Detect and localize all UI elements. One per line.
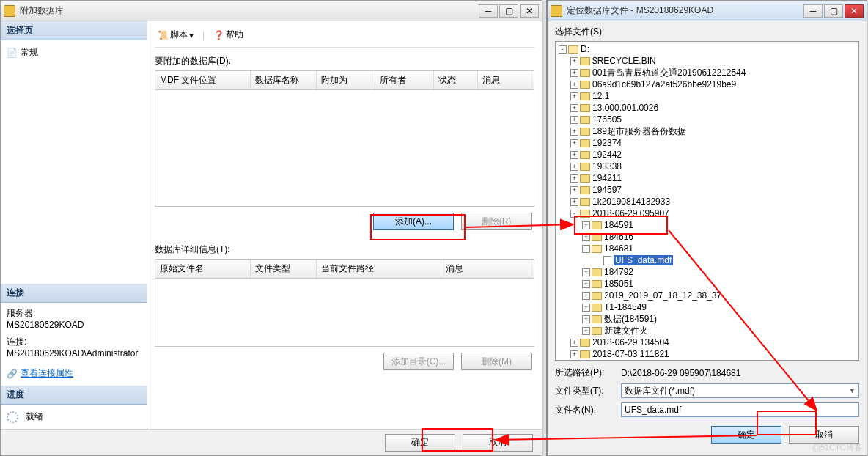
expand-icon[interactable]: + (570, 174, 578, 183)
col-header[interactable]: 附加为 (317, 71, 375, 89)
expand-icon[interactable]: + (570, 198, 578, 206)
script-button[interactable]: 📜 脚本 ▾ (155, 27, 196, 43)
tree-row[interactable]: +13.000.001.0026 (556, 102, 858, 114)
expand-icon[interactable]: + (570, 186, 578, 194)
tree-row[interactable]: -D: (556, 43, 858, 55)
col-header[interactable]: 文件类型 (251, 260, 317, 278)
tree-row[interactable]: +194597 (556, 184, 858, 196)
expand-icon[interactable]: + (570, 339, 578, 347)
page-general[interactable]: 📄 常规 (7, 45, 141, 60)
server-label: 服务器: (7, 307, 141, 320)
tree-row[interactable]: +193338 (556, 161, 858, 172)
tree-row[interactable]: +数据(184591) (556, 313, 858, 325)
tree-row[interactable]: +184616 (556, 231, 858, 243)
col-header[interactable]: 消息 (478, 71, 529, 89)
tree-row[interactable]: +新建文件夹 (556, 325, 858, 337)
expand-icon[interactable]: + (582, 315, 590, 323)
folder-icon (592, 268, 602, 276)
expand-icon[interactable]: + (570, 92, 578, 100)
tree-label: 12.1 (592, 91, 609, 101)
tree-row[interactable]: +T1-184549 (556, 301, 858, 313)
tree-row[interactable]: +194211 (556, 172, 858, 184)
expand-icon[interactable]: + (582, 233, 590, 241)
col-header[interactable]: MDF 文件位置 (155, 71, 251, 89)
locate-cancel-button[interactable]: 取消 (789, 426, 859, 444)
expand-icon[interactable]: + (582, 327, 590, 335)
tree-row[interactable]: +001青岛青辰轨道交通20190612212544 (556, 67, 858, 78)
col-header[interactable]: 消息 (441, 260, 529, 278)
tree-row[interactable]: +12.1 (556, 90, 858, 102)
tree-row[interactable]: UFS_data.mdf (556, 254, 858, 266)
expand-icon[interactable]: + (582, 280, 590, 288)
tree-row[interactable]: +184591 (556, 219, 858, 231)
collapse-icon[interactable]: - (570, 210, 578, 218)
filename-input[interactable] (621, 402, 859, 417)
watermark: @51CTO博客 (812, 442, 862, 453)
col-header[interactable]: 原始文件名 (155, 260, 251, 278)
expand-icon[interactable]: + (570, 139, 578, 147)
view-connection-link[interactable]: 查看连接属性 (21, 367, 73, 380)
help-button[interactable]: ❓ 帮助 (210, 27, 246, 43)
locate-ok-button[interactable]: 确定 (711, 426, 781, 444)
minimize-button[interactable]: ─ (803, 4, 823, 18)
tree-row[interactable]: +192442 (556, 149, 858, 161)
folder-icon (592, 221, 602, 229)
col-header[interactable]: 数据库名称 (251, 71, 317, 89)
tree-row[interactable]: -2018-06-29 095907 (556, 207, 858, 219)
expand-icon[interactable]: + (570, 81, 578, 89)
col-header[interactable]: 当前文件路径 (317, 260, 441, 278)
tree-row[interactable]: +2018-07-03 111821 (556, 348, 858, 360)
expand-icon[interactable]: + (582, 304, 590, 312)
tree-row[interactable]: +2018-06-29 134504 (556, 337, 858, 348)
expand-icon[interactable]: + (570, 57, 578, 65)
minimize-button[interactable]: ─ (479, 4, 498, 18)
expand-icon[interactable]: + (582, 268, 590, 276)
expand-icon[interactable]: + (570, 350, 578, 358)
expand-icon[interactable]: + (570, 163, 578, 171)
close-button[interactable]: ✕ (520, 4, 539, 18)
collapse-icon[interactable]: - (559, 45, 567, 54)
databases-grid[interactable]: MDF 文件位置数据库名称附加为所有者状态消息 (155, 70, 534, 207)
tree-row[interactable]: +189超市服务器备份数据 (556, 125, 858, 137)
to-attach-label: 要附加的数据库(D): (155, 55, 534, 67)
tree-row[interactable]: +192374 (556, 137, 858, 149)
locate-file-dialog: 定位数据库文件 - MS20180629KOAD ─ ▢ ✕ 选择文件(S): … (546, 0, 867, 456)
expand-icon[interactable]: + (582, 221, 590, 229)
attach-title: 附加数据库 (20, 4, 479, 17)
chevron-down-icon: ▾ (189, 30, 194, 40)
tree-row[interactable]: +185051 (556, 278, 858, 290)
attach-titlebar[interactable]: 附加数据库 ─ ▢ ✕ (1, 1, 542, 21)
tree-row[interactable]: +2018销售单单据trb (556, 360, 858, 361)
tree-row[interactable]: +2019_2019_07_18_12_38_37 (556, 290, 858, 301)
maximize-button[interactable]: ▢ (824, 4, 843, 18)
collapse-icon[interactable]: - (582, 245, 590, 253)
folder-icon (580, 69, 590, 77)
add-button[interactable]: 添加(A)... (373, 213, 454, 230)
expand-icon[interactable]: + (570, 116, 578, 124)
tree-label: 2018-07-03 111821 (592, 349, 669, 359)
details-grid[interactable]: 原始文件名文件类型当前文件路径消息 (155, 259, 534, 347)
path-value: D:\2018-06-29 095907\184681 (621, 368, 859, 378)
expand-icon[interactable]: + (570, 128, 578, 136)
maximize-button[interactable]: ▢ (499, 4, 518, 18)
col-header[interactable]: 状态 (434, 71, 478, 89)
col-header[interactable]: 所有者 (375, 71, 434, 89)
expand-icon[interactable]: + (570, 69, 578, 77)
tree-row[interactable]: +184792 (556, 266, 858, 278)
tree-row[interactable]: +$RECYCLE.BIN (556, 55, 858, 67)
expand-icon[interactable]: + (570, 151, 578, 159)
tree-row[interactable]: +06a9d1c69b127a2af526bbe9219be9 (556, 78, 858, 90)
type-combo[interactable]: 数据库文件(*.mdf) ▼ (621, 383, 859, 398)
folder-icon (580, 116, 590, 124)
locate-titlebar[interactable]: 定位数据库文件 - MS20180629KOAD ─ ▢ ✕ (548, 1, 867, 21)
close-button[interactable]: ✕ (845, 4, 864, 18)
tree-row[interactable]: +176505 (556, 114, 858, 125)
tree-row[interactable]: -184681 (556, 243, 858, 254)
ok-button[interactable]: 确定 (385, 434, 455, 452)
expand-icon[interactable]: + (570, 104, 578, 112)
expand-icon[interactable]: + (582, 292, 590, 300)
help-label: 帮助 (226, 29, 243, 41)
file-tree[interactable]: -D:+$RECYCLE.BIN+001青岛青辰轨道交通201906122125… (555, 41, 859, 361)
tree-row[interactable]: +1k20190814132933 (556, 196, 858, 207)
cancel-button[interactable]: 取消 (463, 434, 533, 452)
